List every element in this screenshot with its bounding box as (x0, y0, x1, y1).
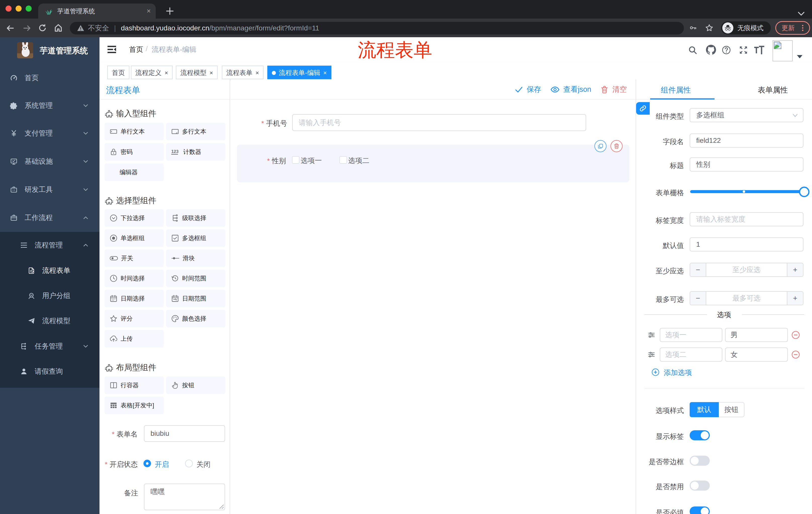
svg-text:123: 123 (171, 149, 179, 154)
